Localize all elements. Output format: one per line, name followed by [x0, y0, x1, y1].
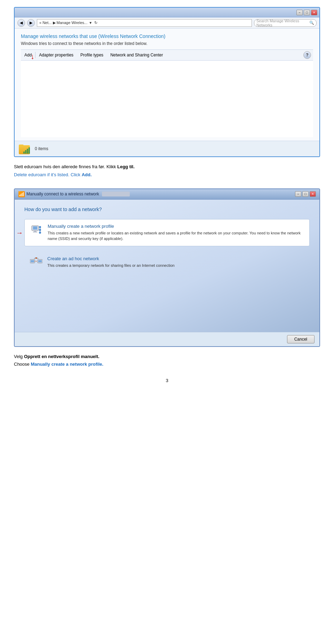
screenshot-1: − □ ✕ ◀ ▶ « Net... ▶ Manage Wireles... ▼…: [14, 7, 320, 157]
blurred-area: [102, 192, 130, 196]
adhoc-icon-svg: [30, 256, 42, 269]
svg-rect-11: [31, 263, 33, 264]
option1-title: Manually create a network profile: [48, 224, 304, 229]
window-content-1: Manage wireless networks that use (Wirel…: [15, 29, 319, 141]
option2-title: Create an ad hoc network: [47, 256, 175, 261]
window-subtitle-1: Windows tries to connect to these networ…: [21, 41, 313, 46]
search-box[interactable]: Search Manage Wireless Networks 🔍: [254, 19, 317, 27]
signal-bar-2: [25, 150, 26, 154]
instruction-line-1-en: Delete eduroam if it's listed. Click Add…: [14, 171, 320, 179]
dropdown-arrow[interactable]: ▼: [89, 21, 92, 25]
minimize-button-2[interactable]: −: [295, 191, 301, 197]
network-sharing-button[interactable]: Network and Sharing Center: [107, 52, 166, 59]
titlebar-icon-group: 📶 Manually connect to a wireless network: [18, 191, 292, 197]
folder-signal-icon: [19, 143, 31, 154]
svg-rect-2: [34, 231, 36, 232]
signal-bar-3: [27, 149, 28, 154]
help-button[interactable]: ?: [303, 51, 311, 59]
address-box[interactable]: « Net... ▶ Manage Wireles... ▼ ↻: [37, 19, 252, 27]
page-number: 3: [14, 378, 320, 383]
instruction-line-2-no: Velg Opprett en nettverksprofil manuelt.: [14, 353, 320, 360]
breadcrumb: « Net... ▶ Manage Wireles...: [39, 21, 87, 25]
option2-description: This creates a temporary network for sha…: [47, 263, 175, 269]
folder-body: [19, 145, 30, 154]
signal-bars: [23, 147, 30, 154]
close-button-2[interactable]: ✕: [310, 191, 316, 197]
toolbar-1: Add Adapter properties Profile types Net…: [21, 49, 313, 61]
red-arrow-2-icon: →: [16, 229, 23, 236]
network-list: [21, 61, 313, 137]
window-title-2: Manually connect to a wireless network: [26, 192, 99, 196]
signal-bar-4: [29, 147, 30, 154]
option2-text: Create an ad hoc network This creates a …: [47, 256, 175, 269]
items-count: 0 items: [35, 146, 48, 151]
search-placeholder: Search Manage Wireless Networks: [256, 19, 309, 27]
adapter-properties-button[interactable]: Adapter properties: [35, 52, 77, 59]
manually-create-option[interactable]: Manually create a network profile This c…: [24, 219, 310, 246]
network-icon-svg: [30, 224, 43, 236]
svg-rect-14: [39, 263, 41, 264]
search-icon[interactable]: 🔍: [309, 21, 314, 25]
maximize-button-2[interactable]: □: [302, 191, 309, 197]
svg-point-6: [39, 232, 41, 234]
refresh-icon[interactable]: ↻: [94, 21, 97, 25]
svg-rect-1: [33, 226, 37, 230]
titlebar-buttons-2: − □ ✕: [295, 191, 316, 197]
titlebar-1: − □ ✕: [15, 8, 319, 17]
close-button[interactable]: ✕: [311, 10, 317, 15]
addressbar-1: ◀ ▶ « Net... ▶ Manage Wireles... ▼ ↻ Sea…: [15, 17, 319, 29]
titlebar-buttons-1: − □ ✕: [296, 10, 317, 15]
window-title-1: Manage wireless networks that use (Wirel…: [21, 33, 313, 39]
back-button[interactable]: ◀: [17, 19, 25, 27]
option1-text: Manually create a network profile This c…: [48, 224, 304, 242]
minimize-button[interactable]: −: [296, 10, 303, 15]
option1-container: →: [24, 219, 310, 246]
network-profile-icon: [30, 224, 43, 236]
svg-point-16: [35, 257, 37, 259]
profile-types-button[interactable]: Profile types: [77, 52, 107, 59]
window-footer-2: Cancel: [15, 332, 319, 346]
window-content-2: How do you want to add a network? →: [15, 200, 319, 332]
cancel-button-2[interactable]: Cancel: [287, 335, 315, 343]
svg-point-4: [39, 226, 41, 228]
screenshot-2: 📶 Manually connect to a wireless network…: [14, 188, 320, 347]
instruction-block-2: Velg Opprett en nettverksprofil manuelt.…: [14, 353, 320, 368]
instruction-line-2-en: Choose Manually create a network profile…: [14, 361, 320, 368]
svg-rect-10: [31, 260, 34, 262]
signal-bar-1: [23, 152, 25, 154]
adhoc-option[interactable]: Create an ad hoc network This creates a …: [24, 252, 310, 273]
forward-button[interactable]: ▶: [27, 19, 35, 27]
svg-point-5: [39, 229, 41, 231]
add-network-question: How do you want to add a network?: [24, 207, 310, 212]
titlebar-2: 📶 Manually connect to a wireless network…: [15, 189, 319, 200]
statusbar-1: 0 items: [15, 141, 319, 156]
svg-rect-13: [38, 260, 42, 262]
svg-rect-3: [33, 232, 37, 232]
instruction-block-1: Slett eduroam hvis den allerede finnes f…: [14, 163, 320, 179]
instruction-line-1-no: Slett eduroam hvis den allerede finnes f…: [14, 163, 320, 171]
maximize-button[interactable]: □: [304, 10, 310, 15]
option1-description: This creates a new network profile or lo…: [48, 230, 304, 242]
adhoc-icon: [29, 256, 43, 269]
signal-icon-small: 📶: [18, 191, 25, 197]
